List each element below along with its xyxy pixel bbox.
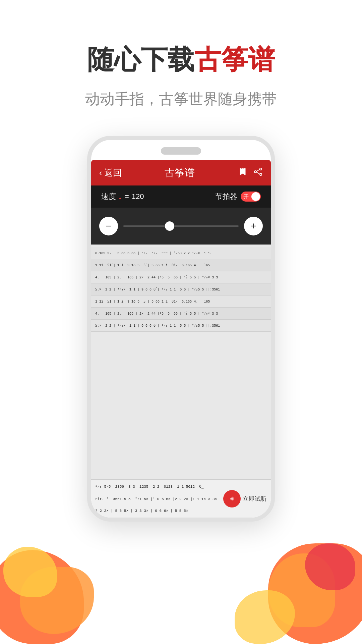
hero-title-suffix: 古筝谱	[194, 45, 275, 74]
back-label: 返回	[104, 167, 122, 179]
slider-minus-button[interactable]: −	[99, 217, 118, 235]
hero-title: 随心下载古筝谱	[0, 44, 362, 76]
slider-track[interactable]	[123, 225, 239, 227]
svg-line-4	[256, 172, 260, 174]
minus-icon: −	[106, 220, 112, 232]
tempo-right: 节拍器 开	[215, 192, 261, 202]
header-title: 古筝谱	[165, 166, 195, 180]
equals-sign: =	[125, 192, 129, 201]
listen-button[interactable]: 立即试听	[223, 490, 267, 507]
hero-subtitle: 动动手指，古筝世界随身携带	[0, 89, 362, 109]
svg-point-1	[254, 171, 256, 173]
hero-section: 随心下载古筝谱 动动手指，古筝世界随身携带	[0, 0, 362, 109]
decor-blob-2	[20, 567, 94, 634]
speed-label: 速度	[101, 192, 116, 202]
sheet-row: 4. 1̣65 | 2. 1̣65 | 2× 2 44 |³5 5 66 | ²…	[91, 271, 271, 283]
metronome-toggle[interactable]: 开	[241, 192, 261, 202]
svg-point-8	[233, 496, 234, 501]
share-icon[interactable]	[253, 167, 263, 179]
sheet-row: 6.165 3· 5 66 5 66 | ²⁄₂ ³⁄₃ ~~~ | ⁵·53 …	[91, 247, 271, 259]
note-icon: ♩	[119, 192, 122, 201]
header-icons	[238, 167, 263, 179]
sheet-row: 1 1î 5̄1̄ | 1 î 3 16 5 5̄ | 5 66 1 î 0̄1…	[91, 296, 271, 308]
listen-text: 立即试听	[243, 495, 267, 503]
sheet-row: 4. 1̣65 | 2. 1̣65 | 2× 2 44 |³5 5 66 | ²…	[91, 308, 271, 320]
metronome-label: 节拍器	[215, 192, 237, 202]
sheet-row: 5̄.× 2 2 | ³⁄₃× 1 1̄ | 9 6 6 0̂ | ³⁄₁ 1 …	[91, 320, 271, 332]
svg-point-0	[260, 168, 262, 170]
slider-thumb[interactable]	[165, 221, 174, 231]
phone-wrapper: ‹ 返回 古筝谱	[0, 136, 362, 522]
toggle-on-label: 开	[243, 193, 249, 200]
decor-blob-6	[305, 543, 355, 590]
decor-blob-4	[268, 543, 362, 644]
slider-area: − +	[91, 208, 271, 245]
decor-blob-3	[3, 547, 57, 597]
background-decoration	[0, 530, 362, 644]
phone-mockup: ‹ 返回 古筝谱	[87, 136, 275, 522]
sheet-row-bottom-2: rit. ² 3561·5 5 |²⁄₁ 5× |¹ 0 6 6× |2 2 2…	[95, 489, 267, 508]
app-header: ‹ 返回 古筝谱	[91, 160, 271, 185]
toggle-knob	[251, 192, 260, 201]
svg-point-2	[260, 173, 262, 175]
svg-point-6	[231, 498, 232, 500]
svg-point-7	[232, 497, 233, 500]
decor-blob-1	[0, 550, 84, 644]
bookmark-icon[interactable]	[238, 167, 247, 179]
bpm-value: 120	[132, 192, 144, 201]
slider-fill	[123, 225, 170, 227]
sheet-music-area: 6.165 3· 5 66 5 66 | ²⁄₂ ³⁄₃ ~~~ | ⁵·53 …	[91, 245, 271, 479]
sheet-row-bottom-3: 2 2 2× | 5 5 5× | 3 3 3× | 0 6 6× | 5 5 …	[95, 508, 267, 514]
audio-icon	[223, 490, 241, 507]
tempo-bar: 速度 ♩ = 120 节拍器 开	[91, 185, 271, 208]
decor-blob-5	[268, 553, 335, 627]
tempo-left: 速度 ♩ = 120	[101, 192, 144, 202]
phone-speaker	[161, 147, 201, 155]
svg-line-3	[256, 169, 260, 171]
hero-title-prefix: 随心下载	[87, 45, 194, 74]
phone-screen: ‹ 返回 古筝谱	[91, 160, 271, 518]
back-button[interactable]: ‹ 返回	[99, 167, 122, 179]
sheet-music-bottom: ²⁄₅ 5·5 2356 3 3 1235 2 2 0123 1 1 5612 …	[91, 479, 271, 518]
decor-blob-7	[235, 590, 295, 644]
sheet-row: 1 1î 5̄1̄ | 1 î 3 16 5 5̄ | 5 66 1 î 0̄1…	[91, 259, 271, 271]
chevron-left-icon: ‹	[99, 168, 102, 178]
slider-plus-button[interactable]: +	[244, 217, 263, 235]
sheet-row-bottom-1: ²⁄₅ 5·5 2356 3 3 1235 2 2 0123 1 1 5612 …	[95, 484, 267, 489]
plus-icon: +	[250, 220, 256, 232]
sheet-row: 5̄.× 2 2 | ³⁄₃× 1 1̄ | 9 6 6 0̂ | ³⁄₁ 1 …	[91, 283, 271, 296]
